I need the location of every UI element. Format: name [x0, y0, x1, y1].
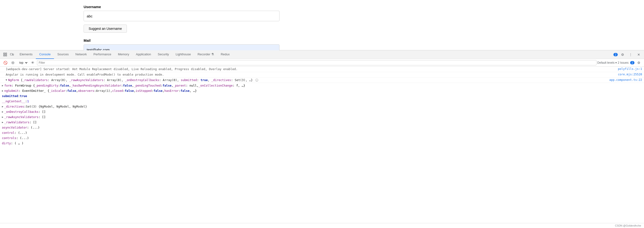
- filter-input[interactable]: [37, 60, 596, 65]
- bottom-bar: CSDN @GoldenArche: [0, 223, 644, 228]
- tab-performance[interactable]: Performance: [90, 50, 114, 59]
- directives-property-line[interactable]: ▶ _directives : Set(3) {NgModel, NgModel…: [0, 104, 644, 109]
- tab-application[interactable]: Application: [132, 50, 154, 59]
- devtools-tabs: Elements Console Sources Network Perform…: [16, 50, 233, 59]
- suggest-username-button[interactable]: Suggest an Username: [84, 24, 127, 33]
- form-expand-arrow[interactable]: ▶: [2, 84, 3, 87]
- form-property-line[interactable]: ▶ form : FormGroup { _pendingDirty: fals…: [0, 83, 644, 88]
- directives-expand-arrow[interactable]: ▶: [2, 105, 3, 109]
- console-output: [webpack-dev-server] Server started: Hot…: [0, 66, 644, 223]
- issues-label: 2 Issues:: [618, 61, 629, 64]
- tab-lighthouse[interactable]: Lighthouse: [172, 50, 194, 59]
- tab-network[interactable]: Network: [72, 50, 90, 59]
- angular-log-line: Angular is running in development mode. …: [0, 72, 644, 77]
- svg-rect-2: [6, 53, 7, 54]
- console-settings-gear-icon[interactable]: ⚙: [636, 59, 642, 66]
- svg-rect-4: [10, 53, 12, 55]
- control-line: control : (...): [0, 130, 644, 135]
- devtools-toolbar: Elements Console Sources Network Perform…: [0, 50, 644, 59]
- mail-label: Mail: [84, 38, 644, 42]
- tab-console[interactable]: Console: [36, 50, 54, 59]
- page-content: Username Suggest an Username Mail: [0, 0, 644, 50]
- svg-rect-0: [4, 53, 5, 54]
- rawasyncvalidators-expand-arrow[interactable]: ▶: [2, 115, 3, 119]
- ngform-info-icon[interactable]: i: [255, 79, 258, 82]
- clear-console-icon[interactable]: 🚫: [2, 59, 8, 66]
- username-input[interactable]: [84, 11, 280, 21]
- devtools-panel: Elements Console Sources Network Perform…: [0, 50, 644, 228]
- settings-icon[interactable]: ⚙: [619, 51, 626, 58]
- close-icon[interactable]: ✕: [636, 51, 642, 58]
- ondestroycallbacks-line[interactable]: ▶ _onDestroyCallbacks : []: [0, 109, 644, 114]
- default-levels-button[interactable]: Default levels ▾: [598, 61, 617, 64]
- ondestroycallbacks-expand-arrow[interactable]: ▶: [2, 110, 3, 114]
- rawvalidators-line[interactable]: ▶ _rawValidators : []: [0, 120, 644, 125]
- tab-security[interactable]: Security: [154, 50, 172, 59]
- webpack-log-text: [webpack-dev-server] Server started: Hot…: [6, 67, 615, 72]
- ngform-source-link[interactable]: app.component.ts:22: [609, 78, 642, 82]
- dirty-line: dirty : ( … ): [0, 141, 644, 146]
- ngform-expand-arrow[interactable]: ▶: [4, 79, 8, 81]
- svg-rect-5: [13, 54, 14, 55]
- ngform-log-line[interactable]: ▶ NgForm {_rawValidators: Array(0), _raw…: [0, 77, 644, 83]
- angular-source-link[interactable]: core.mjs:25520: [618, 72, 642, 77]
- rawasyncvalidators-line[interactable]: ▶ _rawAsyncValidators : []: [0, 114, 644, 120]
- rawvalidators-expand-arrow[interactable]: ▶: [2, 120, 3, 124]
- tab-redux[interactable]: Redux: [217, 50, 233, 59]
- inspect-icon[interactable]: [2, 51, 8, 58]
- angular-log-text: Angular is running in development mode. …: [6, 72, 615, 77]
- tab-recorder[interactable]: Recorder ⚗: [194, 50, 217, 59]
- toolbar-right: 2 ⚙ ⋮ ✕: [614, 51, 642, 58]
- eye-icon[interactable]: 👁: [30, 59, 36, 66]
- more-options-icon[interactable]: ⋮: [627, 51, 634, 58]
- asyncvalidator-line: asyncValidator : (...): [0, 125, 644, 130]
- ngsubmit-property-line[interactable]: ▶ ngSubmit : EventEmitter_ { _isScalar: …: [0, 88, 644, 93]
- issues-button[interactable]: 2 Issues: 2: [618, 61, 634, 64]
- svg-point-7: [12, 62, 14, 63]
- svg-rect-1: [4, 55, 5, 56]
- issues-count-badge: 2: [630, 61, 634, 64]
- svg-rect-3: [6, 55, 7, 56]
- credit-text: CSDN @GoldenArche: [615, 224, 641, 227]
- context-selector[interactable]: top: [17, 60, 28, 65]
- console-toolbar: 🚫 top 👁 Default levels ▾ 2 Issues: 2 ⚙: [0, 59, 644, 66]
- webpack-source-link[interactable]: polyfills.js:1: [618, 67, 642, 71]
- submitted-property-line: submitted : true: [0, 93, 644, 99]
- ngsubmit-expand-arrow[interactable]: ▶: [2, 89, 3, 93]
- tab-sources[interactable]: Sources: [54, 50, 72, 59]
- issues-badge: 2: [614, 53, 618, 56]
- ngcontext-property-line: __ngContext__ : 1: [0, 99, 644, 104]
- console-settings-icon[interactable]: [10, 59, 16, 66]
- tab-memory[interactable]: Memory: [115, 50, 132, 59]
- webpack-log-line: [webpack-dev-server] Server started: Hot…: [0, 66, 644, 72]
- ngform-log-text: NgForm {_rawValidators: Array(0), _rawAs…: [8, 78, 606, 82]
- device-toolbar-icon[interactable]: [8, 51, 15, 58]
- username-label: Username: [84, 5, 644, 9]
- controls-line: controls : (...): [0, 135, 644, 141]
- tab-elements[interactable]: Elements: [16, 50, 36, 59]
